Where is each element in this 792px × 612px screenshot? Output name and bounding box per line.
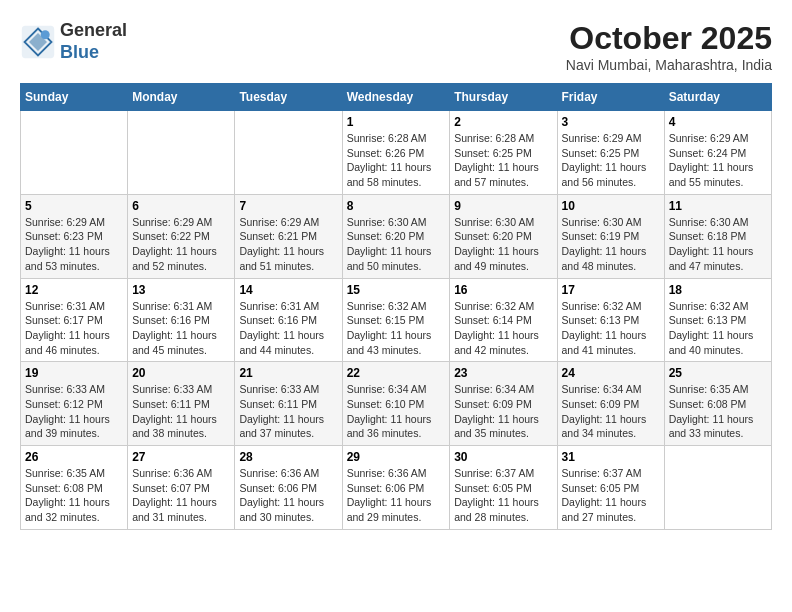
calendar-table: SundayMondayTuesdayWednesdayThursdayFrid… bbox=[20, 83, 772, 530]
col-header-tuesday: Tuesday bbox=[235, 84, 342, 111]
logo-blue-text: Blue bbox=[60, 42, 99, 62]
calendar-cell bbox=[21, 111, 128, 195]
svg-point-3 bbox=[41, 30, 50, 39]
day-number: 5 bbox=[25, 199, 123, 213]
title-block: October 2025 Navi Mumbai, Maharashtra, I… bbox=[566, 20, 772, 73]
day-number: 24 bbox=[562, 366, 660, 380]
day-number: 31 bbox=[562, 450, 660, 464]
day-number: 19 bbox=[25, 366, 123, 380]
calendar-cell: 14Sunrise: 6:31 AMSunset: 6:16 PMDayligh… bbox=[235, 278, 342, 362]
col-header-monday: Monday bbox=[128, 84, 235, 111]
day-info: Sunrise: 6:29 AMSunset: 6:22 PMDaylight:… bbox=[132, 215, 230, 274]
day-info: Sunrise: 6:29 AMSunset: 6:23 PMDaylight:… bbox=[25, 215, 123, 274]
day-info: Sunrise: 6:34 AMSunset: 6:09 PMDaylight:… bbox=[454, 382, 552, 441]
logo-general-text: General bbox=[60, 20, 127, 40]
month-title: October 2025 bbox=[566, 20, 772, 57]
col-header-wednesday: Wednesday bbox=[342, 84, 450, 111]
logo-icon bbox=[20, 24, 56, 60]
day-number: 6 bbox=[132, 199, 230, 213]
day-info: Sunrise: 6:33 AMSunset: 6:11 PMDaylight:… bbox=[239, 382, 337, 441]
calendar-cell bbox=[664, 446, 771, 530]
calendar-cell: 6Sunrise: 6:29 AMSunset: 6:22 PMDaylight… bbox=[128, 194, 235, 278]
day-info: Sunrise: 6:37 AMSunset: 6:05 PMDaylight:… bbox=[562, 466, 660, 525]
day-number: 30 bbox=[454, 450, 552, 464]
calendar-cell: 19Sunrise: 6:33 AMSunset: 6:12 PMDayligh… bbox=[21, 362, 128, 446]
day-number: 29 bbox=[347, 450, 446, 464]
week-row-4: 19Sunrise: 6:33 AMSunset: 6:12 PMDayligh… bbox=[21, 362, 772, 446]
day-info: Sunrise: 6:29 AMSunset: 6:21 PMDaylight:… bbox=[239, 215, 337, 274]
day-info: Sunrise: 6:36 AMSunset: 6:06 PMDaylight:… bbox=[239, 466, 337, 525]
day-number: 2 bbox=[454, 115, 552, 129]
location-subtitle: Navi Mumbai, Maharashtra, India bbox=[566, 57, 772, 73]
week-row-1: 1Sunrise: 6:28 AMSunset: 6:26 PMDaylight… bbox=[21, 111, 772, 195]
day-info: Sunrise: 6:35 AMSunset: 6:08 PMDaylight:… bbox=[25, 466, 123, 525]
day-number: 15 bbox=[347, 283, 446, 297]
calendar-cell: 1Sunrise: 6:28 AMSunset: 6:26 PMDaylight… bbox=[342, 111, 450, 195]
day-info: Sunrise: 6:28 AMSunset: 6:25 PMDaylight:… bbox=[454, 131, 552, 190]
day-number: 27 bbox=[132, 450, 230, 464]
calendar-cell: 3Sunrise: 6:29 AMSunset: 6:25 PMDaylight… bbox=[557, 111, 664, 195]
calendar-cell: 31Sunrise: 6:37 AMSunset: 6:05 PMDayligh… bbox=[557, 446, 664, 530]
calendar-cell: 5Sunrise: 6:29 AMSunset: 6:23 PMDaylight… bbox=[21, 194, 128, 278]
day-number: 10 bbox=[562, 199, 660, 213]
col-header-sunday: Sunday bbox=[21, 84, 128, 111]
day-info: Sunrise: 6:35 AMSunset: 6:08 PMDaylight:… bbox=[669, 382, 767, 441]
calendar-cell: 17Sunrise: 6:32 AMSunset: 6:13 PMDayligh… bbox=[557, 278, 664, 362]
calendar-cell: 7Sunrise: 6:29 AMSunset: 6:21 PMDaylight… bbox=[235, 194, 342, 278]
day-info: Sunrise: 6:31 AMSunset: 6:16 PMDaylight:… bbox=[239, 299, 337, 358]
page-header: General Blue October 2025 Navi Mumbai, M… bbox=[20, 20, 772, 73]
calendar-cell: 22Sunrise: 6:34 AMSunset: 6:10 PMDayligh… bbox=[342, 362, 450, 446]
day-number: 11 bbox=[669, 199, 767, 213]
calendar-cell bbox=[128, 111, 235, 195]
day-number: 12 bbox=[25, 283, 123, 297]
day-info: Sunrise: 6:29 AMSunset: 6:25 PMDaylight:… bbox=[562, 131, 660, 190]
calendar-cell: 4Sunrise: 6:29 AMSunset: 6:24 PMDaylight… bbox=[664, 111, 771, 195]
day-number: 22 bbox=[347, 366, 446, 380]
calendar-cell: 8Sunrise: 6:30 AMSunset: 6:20 PMDaylight… bbox=[342, 194, 450, 278]
calendar-cell: 13Sunrise: 6:31 AMSunset: 6:16 PMDayligh… bbox=[128, 278, 235, 362]
day-number: 13 bbox=[132, 283, 230, 297]
calendar-cell: 26Sunrise: 6:35 AMSunset: 6:08 PMDayligh… bbox=[21, 446, 128, 530]
calendar-cell: 18Sunrise: 6:32 AMSunset: 6:13 PMDayligh… bbox=[664, 278, 771, 362]
calendar-cell: 23Sunrise: 6:34 AMSunset: 6:09 PMDayligh… bbox=[450, 362, 557, 446]
day-info: Sunrise: 6:29 AMSunset: 6:24 PMDaylight:… bbox=[669, 131, 767, 190]
day-info: Sunrise: 6:34 AMSunset: 6:10 PMDaylight:… bbox=[347, 382, 446, 441]
calendar-cell: 16Sunrise: 6:32 AMSunset: 6:14 PMDayligh… bbox=[450, 278, 557, 362]
calendar-cell: 11Sunrise: 6:30 AMSunset: 6:18 PMDayligh… bbox=[664, 194, 771, 278]
day-info: Sunrise: 6:33 AMSunset: 6:11 PMDaylight:… bbox=[132, 382, 230, 441]
day-number: 18 bbox=[669, 283, 767, 297]
calendar-cell: 12Sunrise: 6:31 AMSunset: 6:17 PMDayligh… bbox=[21, 278, 128, 362]
day-info: Sunrise: 6:34 AMSunset: 6:09 PMDaylight:… bbox=[562, 382, 660, 441]
calendar-cell: 20Sunrise: 6:33 AMSunset: 6:11 PMDayligh… bbox=[128, 362, 235, 446]
day-number: 20 bbox=[132, 366, 230, 380]
calendar-cell: 9Sunrise: 6:30 AMSunset: 6:20 PMDaylight… bbox=[450, 194, 557, 278]
calendar-cell: 25Sunrise: 6:35 AMSunset: 6:08 PMDayligh… bbox=[664, 362, 771, 446]
day-number: 21 bbox=[239, 366, 337, 380]
calendar-cell: 28Sunrise: 6:36 AMSunset: 6:06 PMDayligh… bbox=[235, 446, 342, 530]
day-info: Sunrise: 6:30 AMSunset: 6:20 PMDaylight:… bbox=[454, 215, 552, 274]
col-header-thursday: Thursday bbox=[450, 84, 557, 111]
day-info: Sunrise: 6:32 AMSunset: 6:13 PMDaylight:… bbox=[562, 299, 660, 358]
day-info: Sunrise: 6:36 AMSunset: 6:07 PMDaylight:… bbox=[132, 466, 230, 525]
day-number: 17 bbox=[562, 283, 660, 297]
calendar-cell: 30Sunrise: 6:37 AMSunset: 6:05 PMDayligh… bbox=[450, 446, 557, 530]
calendar-cell: 24Sunrise: 6:34 AMSunset: 6:09 PMDayligh… bbox=[557, 362, 664, 446]
logo: General Blue bbox=[20, 20, 127, 63]
day-info: Sunrise: 6:31 AMSunset: 6:17 PMDaylight:… bbox=[25, 299, 123, 358]
day-info: Sunrise: 6:33 AMSunset: 6:12 PMDaylight:… bbox=[25, 382, 123, 441]
day-info: Sunrise: 6:28 AMSunset: 6:26 PMDaylight:… bbox=[347, 131, 446, 190]
day-info: Sunrise: 6:30 AMSunset: 6:20 PMDaylight:… bbox=[347, 215, 446, 274]
col-header-saturday: Saturday bbox=[664, 84, 771, 111]
day-number: 26 bbox=[25, 450, 123, 464]
calendar-cell: 10Sunrise: 6:30 AMSunset: 6:19 PMDayligh… bbox=[557, 194, 664, 278]
day-number: 23 bbox=[454, 366, 552, 380]
day-info: Sunrise: 6:30 AMSunset: 6:19 PMDaylight:… bbox=[562, 215, 660, 274]
calendar-cell: 15Sunrise: 6:32 AMSunset: 6:15 PMDayligh… bbox=[342, 278, 450, 362]
day-number: 3 bbox=[562, 115, 660, 129]
day-info: Sunrise: 6:31 AMSunset: 6:16 PMDaylight:… bbox=[132, 299, 230, 358]
day-number: 4 bbox=[669, 115, 767, 129]
day-number: 25 bbox=[669, 366, 767, 380]
day-info: Sunrise: 6:37 AMSunset: 6:05 PMDaylight:… bbox=[454, 466, 552, 525]
week-row-3: 12Sunrise: 6:31 AMSunset: 6:17 PMDayligh… bbox=[21, 278, 772, 362]
day-info: Sunrise: 6:32 AMSunset: 6:15 PMDaylight:… bbox=[347, 299, 446, 358]
